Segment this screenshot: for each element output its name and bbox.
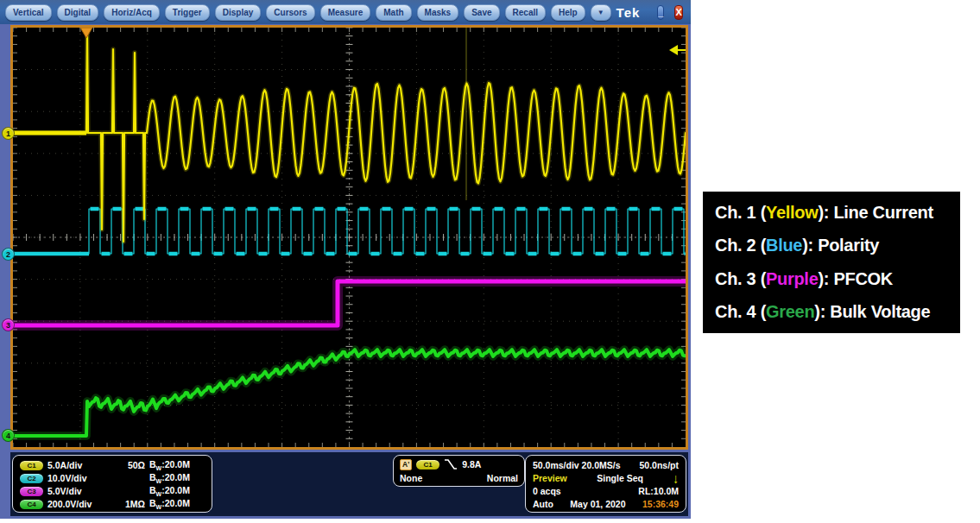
menu-button-horiz-acq[interactable]: Horiz/Acq	[104, 4, 160, 21]
readout-bar: C15.0A/div50ΩBW:20.0MC210.0V/divBW:20.0M…	[10, 452, 688, 516]
trigger-source-badge: C1	[416, 460, 439, 469]
menu-button-recall[interactable]: Recall	[505, 4, 546, 21]
arrow-down-icon: ↓	[673, 470, 679, 486]
legend-color-word: Yellow	[766, 203, 818, 222]
legend-color-word: Green	[766, 302, 814, 321]
ch4-waveform-trace	[13, 350, 685, 436]
channel-marker-2[interactable]: 2	[2, 248, 15, 261]
channel-row-c2[interactable]: C210.0V/divBW:20.0M	[20, 472, 205, 484]
channel-marker-3[interactable]: 3	[2, 318, 15, 331]
channel-row-c1[interactable]: C15.0A/div50ΩBW:20.0M	[20, 459, 205, 471]
legend-color-word: Blue	[766, 236, 802, 255]
preview-status: Preview	[533, 473, 567, 483]
channel-marker-1[interactable]: 1	[2, 127, 15, 140]
trigger-mode-a: None	[400, 473, 422, 483]
channel-impedance: 1MΩ	[110, 499, 149, 509]
channel-scale: 200.0V/div	[47, 499, 110, 509]
falling-edge-icon	[444, 458, 458, 470]
trigger-position-marker[interactable]	[80, 28, 92, 38]
channel-badge-c3: C3	[20, 487, 43, 496]
sample-resolution-value: 50.0ns/pt	[639, 460, 679, 470]
channel-settings-panel[interactable]: C15.0A/div50ΩBW:20.0MC210.0V/divBW:20.0M…	[12, 455, 212, 513]
trigger-settings-panel[interactable]: A' C1 9.8A None Normal	[393, 455, 525, 487]
channel-row-c4[interactable]: C4200.0V/div1MΩBW:20.0M	[20, 498, 205, 510]
channel-bandwidth: BW:20.0M	[149, 485, 205, 497]
channel-marker-4[interactable]: 4	[2, 429, 15, 442]
record-length: RL:10.0M	[638, 486, 679, 496]
time-value: 15:36:49	[642, 499, 679, 509]
menu-bar: VerticalDigitalHoriz/AcqTriggerDisplayCu…	[0, 0, 691, 24]
legend-row-ch1: Ch. 1 (Yellow): Line Current	[715, 203, 948, 223]
channel-scale: 10.0V/div	[47, 473, 110, 483]
channel-badge-c1: C1	[20, 461, 43, 470]
channel-bandwidth: BW:20.0M	[149, 459, 205, 471]
channel-bandwidth: BW:20.0M	[149, 472, 205, 484]
channel-scale: 5.0V/div	[47, 486, 110, 496]
channel-bandwidth: BW:20.0M	[149, 498, 205, 510]
close-button[interactable]: X	[674, 5, 682, 20]
legend-row-ch3: Ch. 3 (Purple): PFCOK	[715, 269, 948, 289]
legend-row-ch2: Ch. 2 (Blue): Polarity	[715, 236, 948, 255]
channel-badge-c4: C4	[20, 500, 43, 509]
waveform-display[interactable]	[10, 25, 688, 450]
menu-button-digital[interactable]: Digital	[57, 4, 99, 21]
oscilloscope-window: VerticalDigitalHoriz/AcqTriggerDisplayCu…	[0, 0, 691, 519]
menu-button-cursors[interactable]: Cursors	[266, 4, 314, 21]
channel-badge-c2: C2	[20, 474, 43, 483]
trigger-mode-b: Normal	[487, 473, 518, 483]
menu-button-vertical[interactable]: Vertical	[5, 4, 52, 21]
horizontal-acquisition-panel[interactable]: 50.0ms/div 20.0MS/s 50.0ns/pt Preview Si…	[525, 455, 686, 513]
legend-color-word: Purple	[766, 269, 818, 288]
channel-scale: 5.0A/div	[47, 460, 110, 470]
legend-row-ch4: Ch. 4 (Green): Bulk Voltage	[715, 302, 948, 322]
menu-button-masks[interactable]: Masks	[417, 4, 459, 21]
menu-button-display[interactable]: Display	[215, 4, 262, 21]
tek-logo: Tek	[616, 5, 641, 20]
menu-dropdown-button[interactable]: ▼	[591, 4, 611, 21]
minimize-button[interactable]: _	[657, 5, 664, 20]
menu-button-trigger[interactable]: Trigger	[165, 4, 210, 21]
trigger-level-marker[interactable]	[669, 45, 678, 55]
acquisition-mode: Single Seq	[597, 473, 643, 483]
trigger-level-value: 9.8A	[462, 459, 481, 469]
acquisition-count: 0 acqs	[533, 486, 561, 496]
trigger-status: Auto	[533, 499, 553, 509]
date-value: May 01, 2020	[570, 499, 625, 509]
channel-legend: Ch. 1 (Yellow): Line CurrentCh. 2 (Blue)…	[703, 192, 960, 333]
menu-button-save[interactable]: Save	[464, 4, 499, 21]
channel-impedance: 50Ω	[110, 460, 149, 470]
menu-button-math[interactable]: Math	[376, 4, 411, 21]
trigger-a-badge: A'	[400, 459, 412, 470]
menu-button-help[interactable]: Help	[551, 4, 585, 21]
waveform-canvas	[13, 28, 686, 447]
channel-row-c3[interactable]: C35.0V/divBW:20.0M	[20, 485, 205, 497]
menu-button-measure[interactable]: Measure	[320, 4, 371, 21]
timebase-value: 50.0ms/div 20.0MS/s	[533, 460, 621, 470]
screen: VerticalDigitalHoriz/AcqTriggerDisplayCu…	[0, 0, 980, 523]
